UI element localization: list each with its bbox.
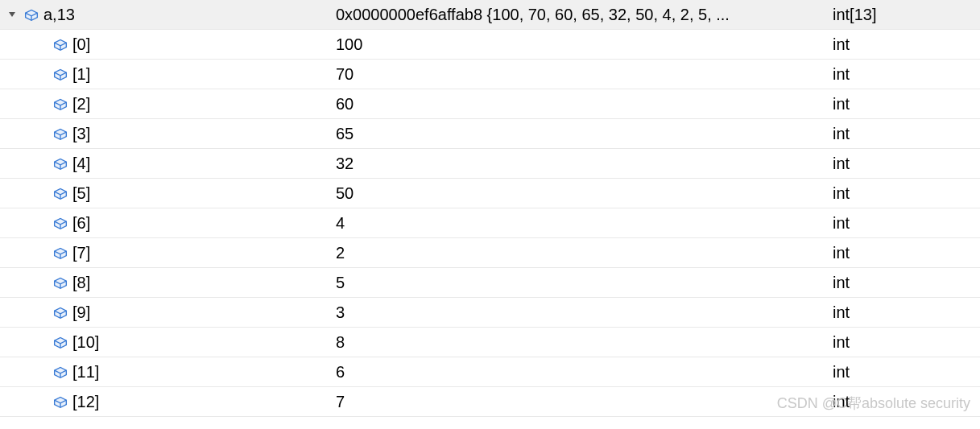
variable-type: int <box>829 35 980 54</box>
variable-type: int <box>829 65 980 84</box>
variable-name: [2] <box>72 95 90 113</box>
variable-icon <box>52 95 69 113</box>
variable-type: int <box>829 125 980 143</box>
variable-icon <box>52 393 69 410</box>
variable-type: int <box>829 303 980 322</box>
variable-icon <box>52 333 69 351</box>
variable-value: 100 <box>333 35 829 54</box>
variable-icon <box>52 125 69 142</box>
variable-value: 65 <box>333 125 829 143</box>
variable-value: 60 <box>333 95 829 113</box>
variable-value: 3 <box>333 303 829 322</box>
variable-icon <box>52 214 69 232</box>
variable-value: 50 <box>333 184 829 203</box>
variable-type: int <box>829 244 980 262</box>
table-row[interactable]: [7] 2 int <box>0 238 980 268</box>
variable-name: [0] <box>72 35 90 54</box>
table-row-root[interactable]: a,13 0x0000000ef6affab8 {100, 70, 60, 65… <box>0 0 980 30</box>
variable-type: int <box>829 184 980 203</box>
table-row[interactable]: [6] 4 int <box>0 208 980 238</box>
variable-value: 70 <box>333 65 829 84</box>
variable-name: [6] <box>72 214 90 233</box>
variable-icon <box>23 6 40 23</box>
table-row[interactable]: [3] 65 int <box>0 119 980 149</box>
variable-value: 4 <box>333 214 829 233</box>
table-row[interactable]: [0] 100 int <box>0 30 980 60</box>
table-row[interactable]: [12] 7 int <box>0 387 980 417</box>
variable-name: [12] <box>72 393 99 411</box>
variable-value: 0x0000000ef6affab8 {100, 70, 60, 65, 32,… <box>333 6 829 24</box>
variable-value: 5 <box>333 274 829 292</box>
table-row[interactable]: [2] 60 int <box>0 89 980 119</box>
variable-name: [7] <box>72 244 90 262</box>
table-row[interactable]: [11] 6 int <box>0 357 980 387</box>
variable-name: [5] <box>72 184 90 203</box>
variable-name: a,13 <box>43 6 75 24</box>
variable-value: 32 <box>333 155 829 173</box>
table-row[interactable]: [8] 5 int <box>0 268 980 298</box>
variable-icon <box>52 35 69 53</box>
variable-type: int <box>829 214 980 233</box>
variable-name: [4] <box>72 155 90 173</box>
variable-value: 8 <box>333 333 829 352</box>
variable-icon <box>52 244 69 262</box>
variable-icon <box>52 65 69 83</box>
variable-name: [1] <box>72 65 90 84</box>
variable-name: [3] <box>72 125 90 143</box>
expander-icon[interactable] <box>6 9 18 20</box>
table-row[interactable]: [5] 50 int <box>0 179 980 208</box>
variable-value: 7 <box>333 393 829 411</box>
variable-type: int <box>829 363 980 382</box>
variable-name: [11] <box>72 363 99 382</box>
table-row[interactable]: [10] 8 int <box>0 328 980 357</box>
variable-value: 2 <box>333 244 829 262</box>
table-row[interactable]: [9] 3 int <box>0 298 980 328</box>
variable-type: int <box>829 333 980 352</box>
variable-icon <box>52 155 69 172</box>
variable-icon <box>52 274 69 291</box>
variable-type: int[13] <box>829 6 980 24</box>
variable-type: int <box>829 155 980 173</box>
table-row[interactable]: [1] 70 int <box>0 60 980 89</box>
variable-value: 6 <box>333 363 829 382</box>
variable-name: [8] <box>72 274 90 292</box>
variable-icon <box>52 363 69 381</box>
variable-type: int <box>829 393 980 411</box>
variable-name: [10] <box>72 333 99 352</box>
table-row[interactable]: [4] 32 int <box>0 149 980 179</box>
variable-type: int <box>829 95 980 113</box>
variable-icon <box>52 184 69 202</box>
variable-name: [9] <box>72 303 90 322</box>
variable-type: int <box>829 274 980 292</box>
variable-icon <box>52 303 69 321</box>
